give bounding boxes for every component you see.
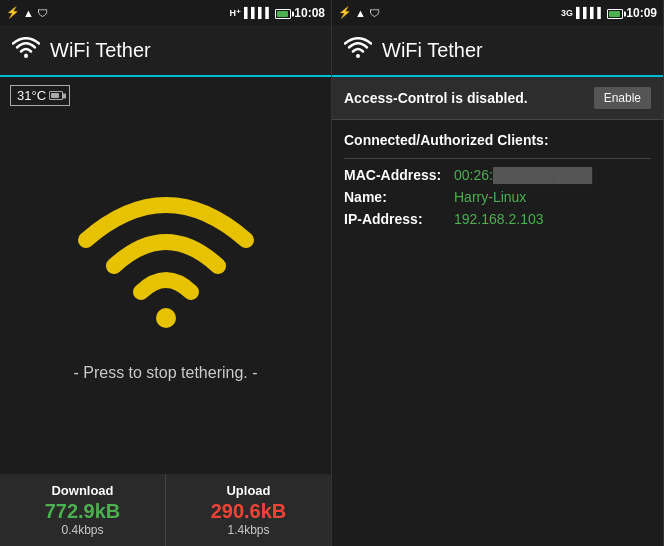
upload-label: Upload — [226, 483, 270, 498]
mac-label: MAC-Address: — [344, 167, 454, 183]
battery-icon — [275, 6, 291, 18]
left-main-content[interactable]: 31°C - Press to stop tethering. - — [0, 77, 331, 474]
svg-point-2 — [356, 54, 360, 58]
download-value: 772.9kB — [45, 500, 121, 523]
upload-value: 290.6kB — [211, 500, 287, 523]
shield-icon-right: 🛡 — [369, 7, 380, 19]
wifi-status-icon: ▲ — [23, 7, 34, 19]
access-control-text: Access-Control is disabled. — [344, 90, 528, 106]
right-panel: ⚡ ▲ 🛡 3G ▌▌▌▌ 10:09 WiFi Tether — [332, 0, 664, 546]
name-label: Name: — [344, 189, 454, 205]
name-value: Harry-Linux — [454, 189, 526, 205]
left-status-bar: ⚡ ▲ 🛡 H⁺ ▌▌▌▌ 10:08 — [0, 0, 331, 25]
temp-value: 31°C — [17, 88, 46, 103]
usb-icon-right: ⚡ — [338, 6, 352, 19]
left-status-icons: ⚡ ▲ 🛡 — [6, 6, 48, 19]
ip-row: IP-Address: 192.168.2.103 — [344, 211, 651, 227]
clients-section: Connected/Authorized Clients: MAC-Addres… — [332, 120, 663, 245]
left-panel: ⚡ ▲ 🛡 H⁺ ▌▌▌▌ 10:08 WiFi Tether — [0, 0, 332, 546]
3g-icon: 3G — [561, 8, 573, 18]
temp-battery-icon — [49, 91, 63, 100]
enable-button[interactable]: Enable — [594, 87, 651, 109]
right-status-bar: ⚡ ▲ 🛡 3G ▌▌▌▌ 10:09 — [332, 0, 663, 25]
wifi-status-icon-right: ▲ — [355, 7, 366, 19]
clients-title: Connected/Authorized Clients: — [344, 132, 651, 148]
upload-col: Upload 290.6kB 1.4kbps — [166, 474, 331, 546]
mac-row: MAC-Address: 00:26:██████████ — [344, 167, 651, 183]
hplus-icon: H⁺ — [229, 8, 241, 18]
shield-icon: 🛡 — [37, 7, 48, 19]
mac-value: 00:26:██████████ — [454, 167, 592, 183]
right-time: 10:09 — [626, 6, 657, 20]
upload-speed: 1.4kbps — [227, 523, 269, 537]
right-status-left-icons: ⚡ ▲ 🛡 — [338, 6, 380, 19]
stats-bar: Download 772.9kB 0.4kbps Upload 290.6kB … — [0, 474, 331, 546]
right-status-right-icons: 3G ▌▌▌▌ 10:09 — [561, 6, 657, 20]
usb-icon: ⚡ — [6, 6, 20, 19]
left-app-title: WiFi Tether — [50, 39, 151, 62]
ip-value: 192.168.2.103 — [454, 211, 544, 227]
battery-icon-right — [607, 6, 623, 18]
right-wifi-icon — [344, 37, 372, 63]
right-app-bar: WiFi Tether — [332, 25, 663, 77]
download-label: Download — [51, 483, 113, 498]
right-app-title: WiFi Tether — [382, 39, 483, 62]
left-wifi-icon — [12, 37, 40, 63]
left-time: 10:08 — [294, 6, 325, 20]
access-control-bar: Access-Control is disabled. Enable — [332, 77, 663, 120]
svg-point-0 — [24, 54, 28, 58]
signal-bars-icon: ▌▌▌▌ — [244, 7, 272, 18]
right-main-content: Access-Control is disabled. Enable Conne… — [332, 77, 663, 546]
press-text: - Press to stop tethering. - — [73, 364, 257, 382]
signal-bars-icon-right: ▌▌▌▌ — [576, 7, 604, 18]
temp-badge: 31°C — [10, 85, 70, 106]
left-status-right-icons: H⁺ ▌▌▌▌ 10:08 — [229, 6, 325, 20]
svg-point-1 — [156, 308, 176, 328]
ip-label: IP-Address: — [344, 211, 454, 227]
download-col: Download 772.9kB 0.4kbps — [0, 474, 166, 546]
left-app-bar: WiFi Tether — [0, 25, 331, 77]
download-speed: 0.4kbps — [61, 523, 103, 537]
divider — [344, 158, 651, 159]
name-row: Name: Harry-Linux — [344, 189, 651, 205]
wifi-big-icon[interactable] — [66, 170, 266, 334]
